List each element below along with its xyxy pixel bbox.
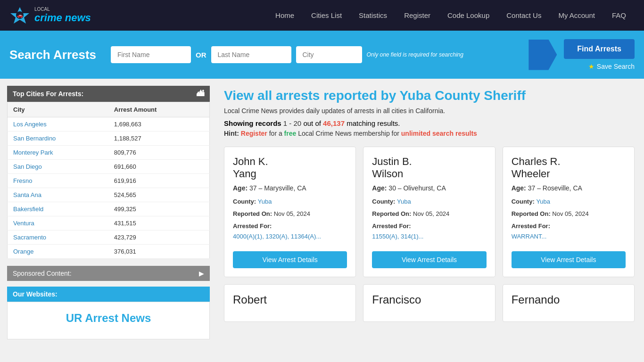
showing-label: Showing records <box>224 119 281 127</box>
view-arrest-details-button[interactable]: View Arrest Details <box>233 251 347 268</box>
find-arrests-button[interactable]: Find Arrests <box>564 39 635 59</box>
sidebar: Top Cities For Arrests: 🏙 City Arrest Am… <box>0 79 217 346</box>
content-area: View all arrests reported by Yuba County… <box>217 79 644 346</box>
unlimited-label: unlimited search results <box>401 130 477 137</box>
cities-table: City Arrest Amount Los Angeles 1,698,663… <box>7 102 210 259</box>
search-actions: Find Arrests ★ Save Search <box>564 39 635 70</box>
save-search-label: Save Search <box>597 63 635 70</box>
out-of-label: out of <box>303 119 321 127</box>
age-label: Age: <box>372 184 387 192</box>
county-label: County: <box>372 198 397 205</box>
nav-links: Home Cities List Statistics Register Cod… <box>267 1 635 30</box>
city-link[interactable]: Fresno <box>13 177 32 184</box>
page-description: Local Crime News provides daily updates … <box>224 107 635 115</box>
arrest-count-cell: 423,729 <box>108 230 210 245</box>
city-name-cell: Sacramento <box>8 230 108 245</box>
city-col-header: City <box>8 102 108 117</box>
city-name-cell: San Bernardino <box>8 132 108 146</box>
age-label: Age: <box>233 184 248 192</box>
view-arrest-details-button[interactable]: View Arrest Details <box>372 251 486 268</box>
reported-value: Nov 05, 2024 <box>552 210 588 217</box>
charges-value: 4000(A)(1), 1320(A), 11364(A)... <box>233 233 321 240</box>
arrest-count-cell: 1,698,663 <box>108 117 210 132</box>
arrest-cards-grid: John K.Yang Age: 37 – Marysville, CA Cou… <box>224 147 635 277</box>
nav-code-lookup[interactable]: Code Lookup <box>439 1 498 30</box>
page-header: View all arrests reported by Yuba County… <box>224 88 635 115</box>
bottom-person-name: Fernando <box>512 293 626 306</box>
table-row: San Bernardino 1,188,527 <box>8 132 210 146</box>
register-link[interactable]: Register <box>241 130 267 137</box>
city-name-cell: Bakersfield <box>8 202 108 216</box>
view-arrest-details-button[interactable]: View Arrest Details <box>512 251 626 268</box>
nav-statistics[interactable]: Statistics <box>350 1 396 30</box>
charges-value: WARRANT... <box>512 233 547 240</box>
reported-label: Reported On: <box>512 210 553 217</box>
age-label: Age: <box>512 184 526 192</box>
star-icon: ★ <box>588 63 594 70</box>
arrest-age-location: Age: 37 – Marysville, CA <box>233 184 347 192</box>
age-value: 37 – Marysville, CA <box>249 184 306 192</box>
arrest-count-cell: 1,188,527 <box>108 132 210 146</box>
city-name-cell: Los Angeles <box>8 117 108 132</box>
city-link[interactable]: Los Angeles <box>13 121 47 128</box>
arrest-count-cell: 499,325 <box>108 202 210 216</box>
hint-text2: Local Crime News membership for <box>298 130 399 137</box>
hint-label-text: Hint: <box>224 130 239 137</box>
results-range: 1 - 20 <box>283 119 301 127</box>
arrested-for-label: Arrested For: <box>233 222 272 230</box>
sponsored-header: Sponsored Content: ▶ <box>7 266 210 281</box>
first-name-input[interactable] <box>111 46 191 63</box>
hint-text1: for a <box>269 130 282 137</box>
arrest-county: County: Yuba <box>512 197 626 207</box>
arrested-for: Arrested For: 11550(A), 314(1)... <box>372 221 486 242</box>
reported-label: Reported On: <box>372 210 413 217</box>
city-link[interactable]: Santa Ana <box>13 191 41 198</box>
charges-value: 11550(A), 314(1)... <box>372 233 423 240</box>
city-link[interactable]: Ventura <box>13 220 34 227</box>
arrested-for: Arrested For: WARRANT... <box>512 221 626 242</box>
arrest-county: County: Yuba <box>233 197 347 207</box>
search-title: Search Arrests <box>9 48 104 62</box>
city-link[interactable]: Orange <box>13 248 33 255</box>
nav-my-account[interactable]: My Account <box>550 1 603 30</box>
our-websites-header: Our Websites: <box>7 287 210 302</box>
city-input[interactable] <box>296 46 362 63</box>
table-row: Santa Ana 524,565 <box>8 188 210 202</box>
city-link[interactable]: San Diego <box>13 163 42 170</box>
nav-faq[interactable]: FAQ <box>603 1 635 30</box>
arrest-card: Charles R.Wheeler Age: 37 – Roseville, C… <box>503 147 635 277</box>
city-name-cell: Ventura <box>8 216 108 230</box>
city-link[interactable]: Monterey Park <box>13 149 53 156</box>
hint-line: Hint: Register for a free Local Crime Ne… <box>224 130 635 137</box>
arrest-count-cell: 619,916 <box>108 174 210 188</box>
last-name-input[interactable] <box>211 46 291 63</box>
city-link[interactable]: Bakersfield <box>13 206 43 213</box>
free-label: free <box>284 130 297 137</box>
nav-cities-list[interactable]: Cities List <box>303 1 350 30</box>
logo[interactable]: 🚗 LOCAL crime news <box>9 5 91 26</box>
table-row: Los Angeles 1,698,663 <box>8 117 210 132</box>
age-value: 37 – Roseville, CA <box>528 184 582 192</box>
arrest-name: John K.Yang <box>233 156 347 181</box>
nav-contact-us[interactable]: Contact Us <box>498 1 550 30</box>
table-row: Monterey Park 809,776 <box>8 146 210 160</box>
arrest-age-location: Age: 30 – Olivehurst, CA <box>372 184 486 192</box>
city-name-cell: Monterey Park <box>8 146 108 160</box>
city-icon: 🏙 <box>197 90 204 98</box>
save-search-button[interactable]: ★ Save Search <box>588 63 635 70</box>
arrest-county: County: Yuba <box>372 197 486 207</box>
arrested-for-label: Arrested For: <box>372 222 411 230</box>
bottom-names-grid: RobertFranciscoFernando <box>224 284 635 322</box>
bottom-person-name: Robert <box>233 293 347 306</box>
arrest-amount-col-header: Arrest Amount <box>108 102 210 117</box>
city-link[interactable]: San Bernardino <box>13 135 56 142</box>
arrest-name: Charles R.Wheeler <box>512 156 626 181</box>
svg-text:🚗: 🚗 <box>17 12 23 18</box>
play-icon: ▶ <box>199 270 204 277</box>
county-value: Yuba <box>397 198 411 205</box>
county-label: County: <box>512 198 537 205</box>
nav-register[interactable]: Register <box>396 1 439 30</box>
or-label: OR <box>196 51 206 59</box>
city-link[interactable]: Sacramento <box>13 234 46 241</box>
nav-home[interactable]: Home <box>267 1 303 30</box>
